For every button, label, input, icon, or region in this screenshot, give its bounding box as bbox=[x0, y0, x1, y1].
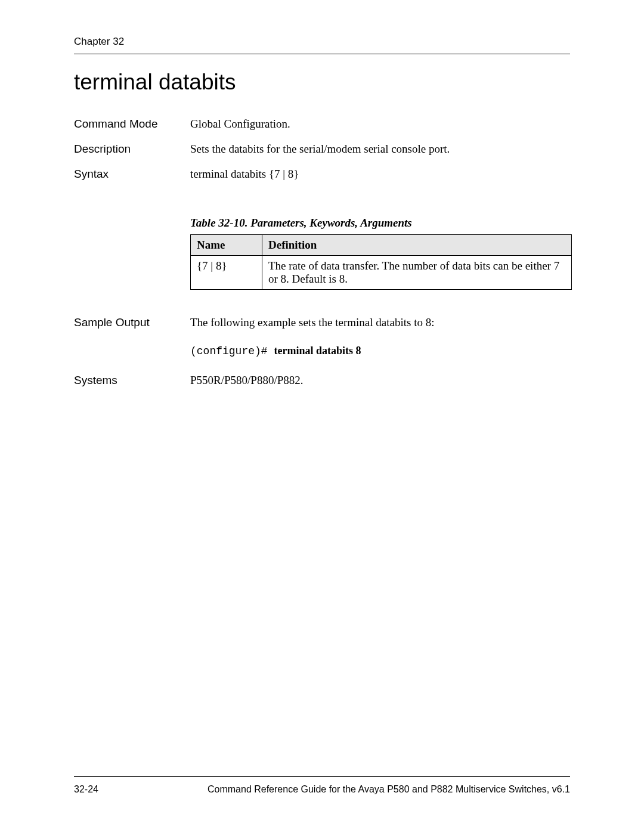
value-sample-output: The following example sets the terminal … bbox=[190, 316, 570, 329]
header-name: Name bbox=[191, 235, 262, 256]
label-description: Description bbox=[74, 143, 190, 156]
label-sample-output: Sample Output bbox=[74, 316, 190, 329]
parameters-table: Name Definition {7 | 8} The rate of data… bbox=[190, 234, 572, 290]
table-header-row: Name Definition bbox=[191, 235, 572, 256]
value-syntax: terminal databits {7 | 8} bbox=[190, 168, 570, 181]
header-rule bbox=[74, 54, 570, 54]
value-command-mode: Global Configuration. bbox=[190, 117, 570, 131]
doc-title-footer: Command Reference Guide for the Avaya P5… bbox=[208, 784, 570, 795]
row-sample-output: Sample Output The following example sets… bbox=[74, 316, 570, 329]
code-example: (configure)# terminal databits 8 bbox=[190, 345, 570, 357]
chapter-label: Chapter 32 bbox=[74, 36, 570, 48]
label-syntax: Syntax bbox=[74, 168, 190, 181]
cell-definition: The rate of data transfer. The number of… bbox=[262, 256, 572, 290]
footer-rule bbox=[74, 776, 570, 777]
row-command-mode: Command Mode Global Configuration. bbox=[74, 117, 570, 131]
row-systems: Systems P550R/P580/P880/P882. bbox=[74, 374, 570, 387]
code-command: terminal databits 8 bbox=[274, 345, 361, 357]
table-row: {7 | 8} The rate of data transfer. The n… bbox=[191, 256, 572, 290]
page-footer: 32-24 Command Reference Guide for the Av… bbox=[74, 776, 570, 795]
table-caption: Table 32-10. Parameters, Keywords, Argum… bbox=[190, 216, 570, 230]
row-syntax: Syntax terminal databits {7 | 8} bbox=[74, 168, 570, 181]
label-systems: Systems bbox=[74, 374, 190, 387]
label-command-mode: Command Mode bbox=[74, 117, 190, 131]
header-definition: Definition bbox=[262, 235, 572, 256]
code-prompt: (configure)# bbox=[190, 345, 274, 357]
row-description: Description Sets the databits for the se… bbox=[74, 143, 570, 156]
page-number: 32-24 bbox=[74, 784, 98, 795]
value-description: Sets the databits for the serial/modem s… bbox=[190, 143, 570, 156]
value-systems: P550R/P580/P880/P882. bbox=[190, 374, 570, 387]
document-page: Chapter 32 terminal databits Command Mod… bbox=[0, 0, 644, 387]
cell-name: {7 | 8} bbox=[191, 256, 262, 290]
page-title: terminal databits bbox=[74, 70, 570, 95]
footer-row: 32-24 Command Reference Guide for the Av… bbox=[74, 784, 570, 795]
